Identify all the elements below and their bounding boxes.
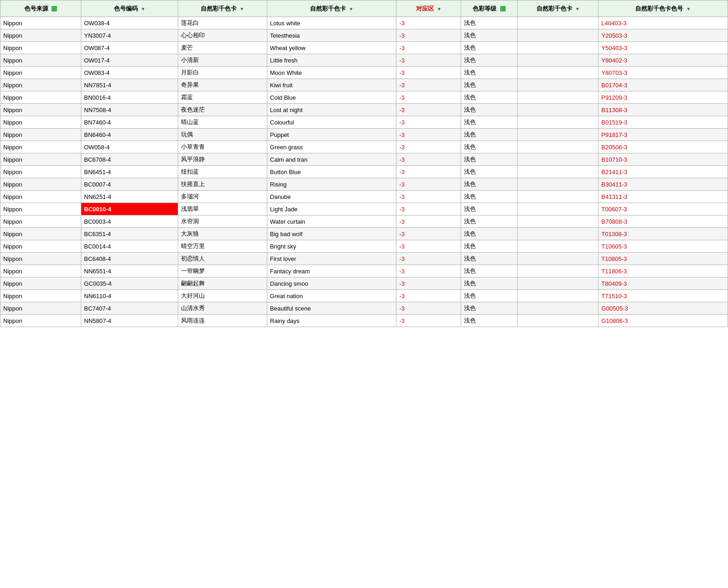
cell-code: BC0010-4 (81, 203, 178, 215)
cell-corr: -3 (396, 129, 461, 141)
header-row: 色号来源 色号编码 ▼ 自然彩千色卡 ▼ 自然彩千色卡 ▼ 对应区 ▼ (0, 0, 728, 17)
cell-cn2 (518, 277, 598, 290)
cell-level: 浅色 (461, 67, 518, 79)
sort-icon-cn1[interactable]: ▼ (240, 6, 244, 11)
cell-color_num: T10805-3 (598, 253, 728, 265)
cell-cn_name: 心心相印 (178, 29, 267, 42)
cell-code: GC0035-4 (81, 277, 178, 290)
cell-cn_name: 晴空万里 (178, 240, 267, 253)
table-row: NipponBC7407-4山清水秀Beautiful scene-3浅色G00… (0, 302, 728, 315)
cell-cn_name: 多瑙河 (178, 191, 267, 203)
cell-en_name: Big bad wolf (267, 228, 396, 240)
filter-icon-source[interactable] (51, 6, 57, 11)
cell-en_name: Great nation (267, 290, 396, 302)
cell-code: NN6551-4 (81, 265, 178, 277)
sort-icon-corr[interactable]: ▼ (437, 6, 441, 11)
filter-icon-level[interactable] (500, 6, 506, 11)
cell-cn_name: 风平浪静 (178, 153, 267, 166)
cell-cn_name: 初恋情人 (178, 253, 267, 265)
cell-level: 浅色 (461, 104, 518, 116)
cell-cn_name: 一帘幽梦 (178, 265, 267, 277)
header-corr[interactable]: 对应区 ▼ (396, 0, 461, 17)
cell-cn2 (518, 17, 598, 29)
cell-en_name: Kiwi fruit (267, 79, 396, 91)
table-row: NipponOW058-4小草青青Green grass-3浅色B20506-3 (0, 141, 728, 153)
cell-level: 浅色 (461, 54, 518, 67)
sort-icon-cn2[interactable]: ▼ (575, 6, 580, 11)
cell-cn_name: 大灰狼 (178, 228, 267, 240)
cell-color_num: P91817-3 (598, 129, 728, 141)
cell-color_num: G10806-3 (598, 315, 728, 327)
cell-code: BC6708-4 (81, 153, 178, 166)
table-row: NipponBC0010-4浅翡翠Light Jade-3浅色T00607-3 (0, 203, 728, 215)
cell-color_num: Y80703-3 (598, 67, 728, 79)
cell-cn_name: 晴山蓝 (178, 116, 267, 129)
cell-source: Nippon (0, 240, 81, 253)
table-row: NipponBC6351-4大灰狼Big bad wolf-3浅色T01308-… (0, 228, 728, 240)
cell-cn2 (518, 215, 598, 228)
cell-en_name: Colourful (267, 116, 396, 129)
cell-cn2 (518, 116, 598, 129)
cell-cn2 (518, 153, 598, 166)
cell-corr: -3 (396, 153, 461, 166)
header-colornum[interactable]: 自然彩千色卡色号 ▼ (598, 0, 728, 17)
cell-level: 浅色 (461, 17, 518, 29)
table-row: NipponYN3007-4心心相印Telesthesia-3浅色Y20503-… (0, 29, 728, 42)
cell-cn2 (518, 253, 598, 265)
cell-cn2 (518, 302, 598, 315)
cell-source: Nippon (0, 228, 81, 240)
cell-en_name: Light Jade (267, 203, 396, 215)
header-level[interactable]: 色彩等级 (461, 0, 518, 17)
cell-cn_name: 奇异果 (178, 79, 267, 91)
cell-color_num: Y80402-3 (598, 54, 728, 67)
cell-level: 浅色 (461, 178, 518, 191)
cell-corr: -3 (396, 302, 461, 315)
header-code[interactable]: 色号编码 ▼ (81, 0, 178, 17)
header-source-label: 色号来源 (24, 5, 48, 12)
sort-icon-code[interactable]: ▼ (141, 6, 145, 11)
cell-corr: -3 (396, 228, 461, 240)
cell-code: BC6351-4 (81, 228, 178, 240)
main-table-container: 色号来源 色号编码 ▼ 自然彩千色卡 ▼ 自然彩千色卡 ▼ 对应区 ▼ (0, 0, 728, 327)
cell-level: 浅色 (461, 79, 518, 91)
cell-source: Nippon (0, 153, 81, 166)
sort-icon-colornum[interactable]: ▼ (686, 6, 691, 11)
cell-color_num: T11806-3 (598, 265, 728, 277)
cell-code: OW017-4 (81, 54, 178, 67)
cell-en_name: Puppet (267, 129, 396, 141)
cell-color_num: Y20503-3 (598, 29, 728, 42)
header-colornum-label: 自然彩千色卡色号 (635, 5, 683, 12)
header-en1-label: 自然彩千色卡 (310, 5, 346, 12)
header-source[interactable]: 色号来源 (0, 0, 81, 17)
header-cn2[interactable]: 自然彩千色卡 ▼ (518, 0, 598, 17)
sort-icon-en1[interactable]: ▼ (349, 6, 353, 11)
cell-source: Nippon (0, 302, 81, 315)
cell-color_num: P91209-3 (598, 91, 728, 104)
cell-cn_name: 山清水秀 (178, 302, 267, 315)
cell-en_name: Little fresh (267, 54, 396, 67)
header-cn1[interactable]: 自然彩千色卡 ▼ (178, 0, 267, 17)
cell-en_name: Water curtain (267, 215, 396, 228)
cell-cn2 (518, 191, 598, 203)
cell-source: Nippon (0, 265, 81, 277)
table-row: NipponNN6551-4一帘幽梦Fantacy dream-3浅色T1180… (0, 265, 728, 277)
cell-level: 浅色 (461, 29, 518, 42)
cell-cn_name: 月影白 (178, 67, 267, 79)
cell-source: Nippon (0, 104, 81, 116)
table-row: NipponBN6451-4纽扣蓝Button Blue-3浅色B21411-3 (0, 166, 728, 178)
cell-source: Nippon (0, 191, 81, 203)
cell-source: Nippon (0, 253, 81, 265)
cell-cn2 (518, 203, 598, 215)
cell-code: BC6408-4 (81, 253, 178, 265)
cell-en_name: Rising (267, 178, 396, 191)
cell-en_name: Button Blue (267, 166, 396, 178)
cell-corr: -3 (396, 104, 461, 116)
cell-source: Nippon (0, 315, 81, 327)
cell-color_num: Y50403-3 (598, 42, 728, 54)
cell-corr: -3 (396, 54, 461, 67)
cell-cn2 (518, 42, 598, 54)
cell-color_num: T10605-3 (598, 240, 728, 253)
header-en1[interactable]: 自然彩千色卡 ▼ (267, 0, 396, 17)
cell-code: BN6451-4 (81, 166, 178, 178)
cell-color_num: B10710-3 (598, 153, 728, 166)
